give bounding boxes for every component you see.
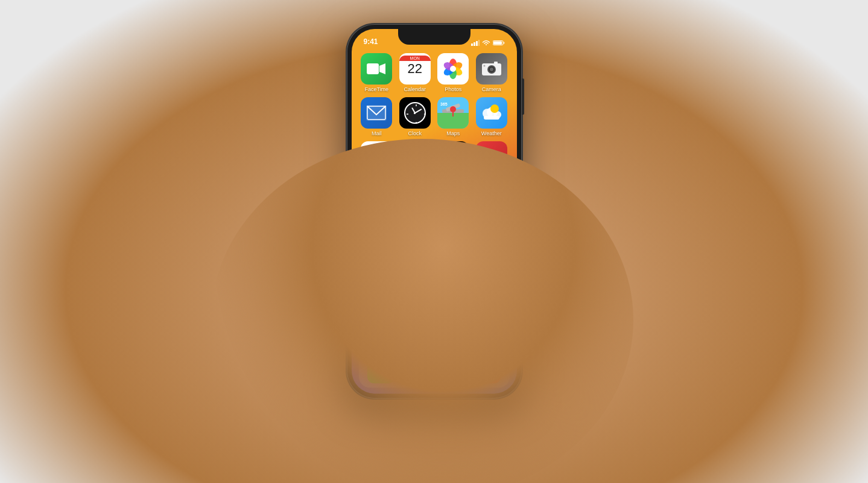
health-icon [361,229,392,261]
status-time: 9:41 [364,37,378,46]
svg-point-14 [450,66,456,72]
app-reminders[interactable]: Reminders [359,141,395,181]
app-calendar[interactable]: MON 22 Calendar [397,53,433,92]
books-icon [361,185,392,217]
svg-text:365: 365 [440,102,448,106]
facetime-icon [361,53,392,85]
battery-icon [493,40,505,46]
tv-icon-bg: tv [476,185,507,217]
clock-icon [399,97,431,129]
home-icon [399,229,431,261]
maps-label: Maps [446,130,460,136]
cal-dow: MON [399,56,431,61]
app-home[interactable]: Home [397,229,433,269]
svg-rect-56 [443,235,455,239]
photos-label: Photos [445,86,461,92]
camera-icon-bg [476,53,507,85]
app-wallet[interactable]: Wallet [436,229,472,269]
dock-messages-icon [438,356,466,383]
svg-rect-19 [494,62,498,64]
podcasts-icon [437,185,469,217]
app-health[interactable]: Health [359,229,395,269]
svg-rect-36 [484,116,499,120]
weather-icon [476,97,507,129]
reminders-label: Reminders [363,174,390,181]
settings-icon [476,229,507,261]
svg-rect-2 [476,41,478,46]
app-weather[interactable]: Weather [474,97,510,136]
app-notes[interactable]: Notes [397,141,433,181]
app-stocks[interactable]: Stocks [436,141,472,181]
news-icon: N [476,141,507,173]
app-facetime[interactable]: FaceTime [359,53,395,92]
dock-safari-icon [402,356,430,383]
app-camera[interactable]: Camera [474,53,510,92]
notes-icon [399,141,431,173]
svg-point-50 [451,196,455,201]
svg-rect-57 [457,244,461,249]
app-settings[interactable]: Settings [474,229,510,269]
iphone-body: 9:41 [347,24,522,398]
svg-rect-44 [376,192,385,210]
svg-point-37 [490,104,499,113]
clock-face [404,102,426,124]
wallet-label: Wallet [446,263,461,269]
svg-rect-45 [376,192,377,210]
app-books[interactable]: Books [359,185,395,225]
stocks-icon [437,141,469,173]
calendar-label: Calendar [404,86,426,92]
tv-label: TV [488,219,495,225]
camera-label: Camera [482,86,501,92]
notes-label: Notes [408,174,422,181]
home-label: Home [408,263,422,269]
dock-app-phone[interactable] [367,356,395,383]
signal-icon [471,40,480,46]
dock-app-safari[interactable] [402,356,430,383]
svg-rect-62 [484,365,493,366]
svg-rect-5 [503,42,504,44]
svg-point-18 [490,68,493,71]
appstore-label: App Store [403,219,427,225]
app-mail[interactable]: Mail [359,97,395,136]
iphone-notch [398,29,470,45]
wallet-icon [437,229,469,261]
health-label: Health [369,263,384,269]
stocks-label: Stocks [445,174,461,181]
dock-music-icon [473,356,501,383]
dock-app-messages[interactable] [438,356,466,383]
podcasts-label: Podcasts [442,219,464,225]
calendar-icon: MON 22 [399,53,431,85]
dock-app-music[interactable] [473,356,501,383]
clock-label: Clock [408,130,422,136]
svg-rect-0 [471,43,473,46]
maps-icon: 365 [437,97,469,129]
svg-rect-6 [493,42,502,45]
svg-text:tv: tv [485,196,492,205]
facetime-label: FaceTime [364,86,388,92]
dock [359,351,510,388]
svg-rect-43 [368,192,375,210]
reminders-icon [361,141,392,173]
settings-label: Settings [481,263,501,269]
app-appstore[interactable]: App Store [397,185,433,225]
iphone-screen: 9:41 [352,29,517,394]
svg-point-20 [483,65,485,67]
app-news[interactable]: N News [474,141,510,181]
svg-rect-1 [474,42,475,46]
svg-point-65 [482,371,487,376]
weather-label: Weather [481,130,502,136]
svg-text:N: N [484,148,498,167]
app-photos[interactable]: Photos [436,53,472,92]
news-label: News [484,174,498,181]
appstore-icon [399,185,431,217]
app-tv[interactable]: tv TV [474,185,510,225]
app-podcasts[interactable]: Podcasts [436,185,472,225]
app-maps[interactable]: 365 Maps [436,97,472,136]
dock-phone-icon [367,356,395,383]
books-label: Books [369,219,384,225]
app-clock[interactable]: Clock [397,97,433,136]
status-icons [471,40,505,46]
svg-rect-7 [367,63,379,74]
wifi-icon [482,40,490,46]
mail-icon [361,97,392,129]
